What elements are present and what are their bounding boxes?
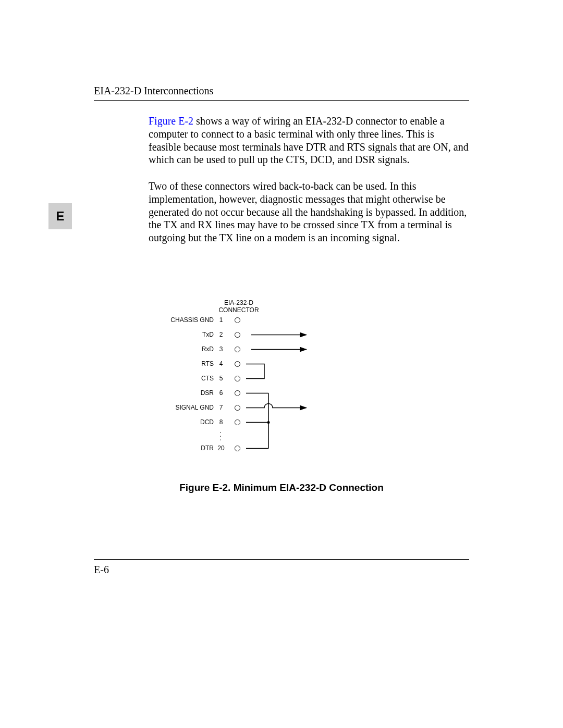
pin-1-num: 1 bbox=[217, 316, 225, 324]
pin-6-num: 6 bbox=[217, 389, 225, 397]
pin-2-label: TxD bbox=[167, 331, 214, 338]
connector-diagram: EIA-232-D CONNECTOR CHASSIS GND 1 TxD 2 … bbox=[162, 300, 370, 466]
page-header: EIA-232-D Interconnections bbox=[94, 85, 469, 105]
header-rule bbox=[94, 100, 469, 101]
page: EIA-232-D Interconnections E Figure E-2 … bbox=[0, 0, 563, 728]
diagram-title-line1: EIA-232-D bbox=[224, 299, 253, 306]
page-number: E-6 bbox=[94, 564, 469, 576]
appendix-tab: E bbox=[48, 203, 72, 229]
pin-2-num: 2 bbox=[217, 331, 225, 338]
pin-4-num: 4 bbox=[217, 360, 225, 367]
pin-5-num: 5 bbox=[217, 375, 225, 382]
wiring-svg bbox=[240, 315, 349, 456]
footer-rule bbox=[94, 559, 469, 560]
paragraph-1-text: shows a way of wiring an EIA-232-D conne… bbox=[149, 115, 469, 165]
pin-ellipsis: ... bbox=[218, 429, 223, 440]
pin-7-label: SIGNAL GND bbox=[167, 404, 214, 411]
paragraph-2: Two of these connectors wired back-to-ba… bbox=[149, 180, 469, 244]
pin-8-num: 8 bbox=[217, 418, 225, 426]
diagram-title-line2: CONNECTOR bbox=[218, 306, 259, 314]
svg-point-7 bbox=[267, 421, 270, 424]
pin-6-label: DSR bbox=[167, 389, 214, 397]
page-footer: E-6 bbox=[94, 555, 469, 576]
pin-7-num: 7 bbox=[217, 404, 225, 411]
pin-4-label: RTS bbox=[167, 360, 214, 367]
paragraph-1: Figure E-2 shows a way of wiring an EIA-… bbox=[149, 115, 469, 166]
pin-5-label: CTS bbox=[167, 375, 214, 382]
pin-8-label: DCD bbox=[167, 418, 214, 426]
diagram-title: EIA-232-D CONNECTOR bbox=[218, 300, 260, 314]
pin-20-label: DTR bbox=[167, 445, 214, 452]
pin-3-label: RxD bbox=[167, 346, 214, 353]
pin-20-num: 20 bbox=[217, 445, 225, 452]
figure-caption: Figure E-2. Minimum EIA-232-D Connection bbox=[94, 482, 469, 493]
appendix-tab-label: E bbox=[56, 209, 64, 224]
pin-1-label: CHASSIS GND bbox=[167, 316, 214, 324]
figure-e2-link[interactable]: Figure E-2 bbox=[149, 115, 193, 127]
header-title: EIA-232-D Interconnections bbox=[94, 85, 469, 97]
pin-3-num: 3 bbox=[217, 346, 225, 353]
